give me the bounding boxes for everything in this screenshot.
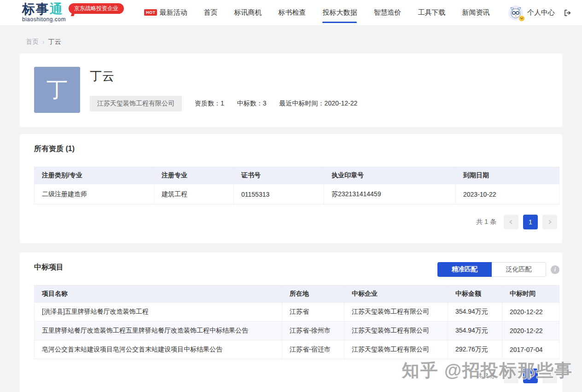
cell-winning-company: 江苏天玺装饰工程有限公司 [344, 322, 448, 340]
col-practice-seal-no: 执业印章号 [324, 167, 456, 184]
nav-item-home[interactable]: 首页 [195, 0, 226, 26]
nav-item-bid-check[interactable]: 标书检查 [270, 0, 314, 26]
col-expiry-date: 到期日期 [456, 167, 559, 184]
breadcrumb-current: 丁云 [48, 38, 61, 46]
company-tag[interactable]: 江苏天玺装饰工程有限公司 [90, 96, 182, 111]
nav-item-latest-activities[interactable]: HOT 最新活动 [136, 0, 196, 26]
page-number-button[interactable]: 1 [523, 369, 538, 383]
col-location: 所在地 [282, 286, 344, 303]
prev-page-button[interactable] [504, 369, 518, 383]
cell-location: 江苏省-宿迁市 [282, 340, 344, 359]
cell-bid-date: 2020-12-22 [502, 303, 559, 322]
chevron-down-icon [518, 15, 525, 22]
projects-title: 中标项目 [34, 263, 64, 272]
table-header-row: 注册类别/专业 注册专业 证书号 执业印章号 到期日期 [35, 167, 559, 184]
cell-register-major: 建筑工程 [154, 184, 234, 205]
nav-item-news[interactable]: 新闻资讯 [454, 0, 498, 26]
cell-project-name[interactable]: 皂河公交首末站建设项目皂河公交首末站建设项目中标结果公告 [35, 340, 282, 359]
projects-table: 项目名称 所在地 中标企业 中标金额 中标时间 [洪泽县]五里牌驿站餐厅改造装饰… [34, 285, 559, 359]
cell-bid-amount: 354.94万元 [448, 303, 502, 322]
site-logo-domain: biaoshitong.com [22, 16, 66, 23]
table-header-row: 项目名称 所在地 中标企业 中标金额 中标时间 [35, 286, 559, 303]
cell-location: 江苏省 [282, 303, 344, 322]
nav-item-bid-bigdata[interactable]: 投标大数据 [314, 0, 365, 26]
cell-bid-date: 2020-12-22 [502, 322, 559, 340]
cell-winning-company: 江苏天玺装饰工程有限公司 [344, 340, 448, 359]
col-certificate-no: 证书号 [234, 167, 324, 184]
cell-bid-date: 2017-07-04 [502, 340, 559, 359]
match-mode-toggle: 精准匹配 泛化匹配 i [437, 262, 559, 277]
page-number-button[interactable]: 1 [523, 215, 538, 229]
qualifications-pagination: 共 1 条 1 [0, 215, 557, 229]
breadcrumb-separator-icon: › [42, 38, 45, 46]
col-bid-date: 中标时间 [502, 286, 559, 303]
projects-pagination: 共 3 条 1 [0, 369, 557, 383]
col-register-major: 注册专业 [154, 167, 234, 184]
profile-stats: 资质数：1 中标数：3 最近中标时间：2020-12-22 [195, 99, 357, 108]
cell-certificate-no: 01155313 [234, 184, 324, 205]
info-icon[interactable]: i [551, 265, 559, 274]
cell-practice-seal-no: 苏232131414459 [324, 184, 456, 205]
hot-icon: HOT [144, 9, 157, 16]
qualifications-table: 注册类别/专业 注册专业 证书号 执业印章号 到期日期 二级注册建造师 建筑工程… [34, 167, 559, 205]
total-count-label: 共 3 条 [476, 372, 496, 380]
table-row: 皂河公交首末站建设项目皂河公交首末站建设项目中标结果公告 江苏省-宿迁市 江苏天… [35, 340, 559, 359]
user-center-link[interactable]: 个人中心 [527, 8, 555, 17]
table-row: 二级注册建造师 建筑工程 01155313 苏232131414459 2023… [35, 184, 559, 205]
logout-icon[interactable] [564, 9, 572, 17]
next-page-button[interactable] [542, 215, 557, 229]
cell-location: 江苏省-徐州市 [282, 322, 344, 340]
col-project-name: 项目名称 [35, 286, 282, 303]
cell-winning-company: 江苏天玺装饰工程有限公司 [344, 303, 448, 322]
nav-item-tools-download[interactable]: 工具下载 [409, 0, 454, 26]
col-bid-amount: 中标金额 [448, 286, 502, 303]
col-register-category: 注册类别/专业 [35, 167, 154, 184]
cell-project-name[interactable]: [洪泽县]五里牌驿站餐厅改造装饰工程 [35, 303, 282, 322]
person-name: 丁云 [90, 68, 115, 84]
profile-card: 丁 丁云 江苏天玺装饰工程有限公司 资质数：1 中标数：3 最近中标时间：202… [20, 53, 562, 127]
user-avatar[interactable] [508, 6, 523, 20]
qualifications-title: 所有资质 (1) [34, 144, 75, 154]
jd-investment-badge: 京东战略投资企业 [69, 3, 124, 14]
breadcrumb: 首页 › 丁云 [0, 26, 582, 46]
nav-item-bid-opportunities[interactable]: 标讯商机 [226, 0, 270, 26]
cell-bid-amount: 354.94万元 [448, 322, 502, 340]
profile-avatar: 丁 [34, 67, 80, 113]
stat-bid-count: 中标数：3 [237, 99, 267, 108]
tab-generalized-match[interactable]: 泛化匹配 [492, 262, 546, 277]
breadcrumb-home[interactable]: 首页 [26, 38, 39, 46]
cell-bid-amount: 292.76万元 [448, 340, 502, 359]
prev-page-button[interactable] [504, 215, 518, 229]
site-logo[interactable]: 标事通 biaoshitong.com [22, 2, 66, 23]
main-nav: HOT 最新活动 首页 标讯商机 标书检查 投标大数据 智慧造价 工具下载 新闻… [136, 0, 498, 26]
cell-register-category: 二级注册建造师 [35, 184, 154, 205]
stat-qualification-count: 资质数：1 [195, 99, 224, 108]
next-page-button[interactable] [542, 369, 557, 383]
cell-expiry-date: 2023-10-22 [456, 184, 559, 205]
top-header: 标事通 biaoshitong.com 京东战略投资企业 HOT 最新活动 首页… [0, 0, 582, 26]
nav-item-smart-pricing[interactable]: 智慧造价 [365, 0, 409, 26]
cell-project-name[interactable]: 五里牌驿站餐厅改造装饰工程五里牌驿站餐厅改造装饰工程中标结果公告 [35, 322, 282, 340]
col-winning-company: 中标企业 [344, 286, 448, 303]
site-logo-text: 标事通 [22, 2, 66, 16]
tab-exact-match[interactable]: 精准匹配 [437, 262, 492, 277]
total-count-label: 共 1 条 [476, 218, 496, 226]
stat-latest-bid-date: 最近中标时间：2020-12-22 [279, 99, 358, 108]
table-row: [洪泽县]五里牌驿站餐厅改造装饰工程 江苏省 江苏天玺装饰工程有限公司 354.… [35, 303, 559, 322]
table-row: 五里牌驿站餐厅改造装饰工程五里牌驿站餐厅改造装饰工程中标结果公告 江苏省-徐州市… [35, 322, 559, 340]
